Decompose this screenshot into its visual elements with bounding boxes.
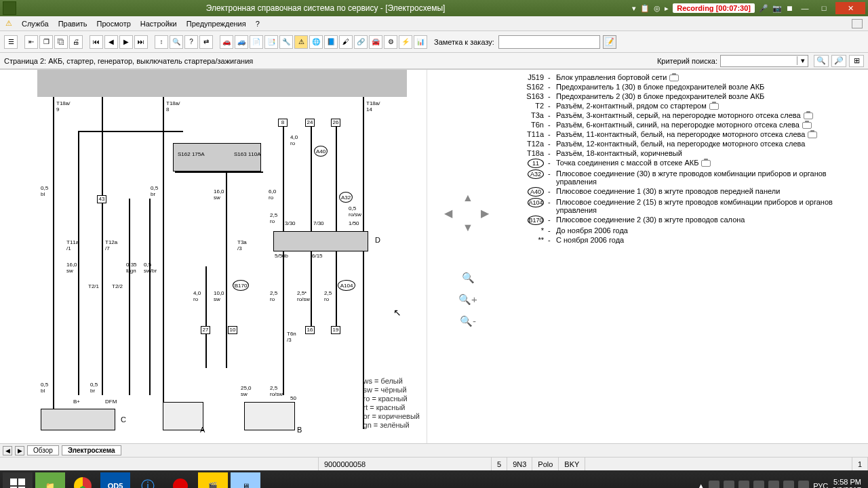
tb-wrench[interactable]: 🔧 (279, 35, 293, 49)
camera-icon[interactable] (808, 131, 817, 138)
tb-last[interactable]: ⏭ (134, 35, 148, 49)
camera-icon[interactable] (701, 160, 711, 167)
recording-badge: Recording [00:07:30] (673, 3, 755, 13)
tray-icon[interactable] (753, 481, 764, 488)
tb-copy[interactable]: ⿻ (54, 35, 68, 49)
close-button[interactable]: ✕ (835, 2, 865, 14)
tray-clock[interactable]: 5:58 PM9/2/2017 (832, 478, 861, 488)
taskbar-app-info[interactable]: ⓘ (133, 472, 163, 488)
tb-prev[interactable]: ◀ (104, 35, 118, 49)
zoom-fit[interactable]: 🔍 (462, 272, 475, 284)
status-model: Polo (532, 458, 559, 470)
tb-doc2[interactable]: 📑 (264, 35, 278, 49)
tabbar: ◀ ▶ Обзор Электросхема (0, 443, 868, 457)
tb-warn[interactable]: ⚠ (294, 35, 308, 49)
mdi-restore-button[interactable] (852, 19, 863, 28)
status-engine: BKY (559, 458, 585, 470)
menu-settings[interactable]: Настройки (140, 20, 177, 28)
tb-swap[interactable]: ⇄ (199, 35, 213, 49)
camera-icon[interactable] (804, 113, 813, 119)
taskbar-app-chrome[interactable] (68, 472, 98, 488)
tb-elec[interactable]: ⚡ (399, 35, 412, 49)
tb-tool1[interactable]: ↕ (155, 35, 168, 49)
tb-new[interactable]: ☰ (4, 35, 18, 49)
zoom-out[interactable]: 🔍- (460, 315, 476, 327)
search-combo[interactable]: ▾ (720, 55, 808, 67)
taskbar-app-1[interactable]: 📁 (35, 472, 65, 488)
search-tool1[interactable]: 🔍 (814, 55, 829, 67)
camera-icon[interactable] (802, 122, 812, 129)
legend-row: 11-Точка соединения с массой в отсеке АК… (514, 158, 863, 169)
menu-service[interactable]: Служба (22, 20, 49, 28)
legend-row: J519-Блок управления бортовой сети (514, 73, 863, 82)
tray-icon[interactable] (709, 481, 719, 488)
note-input[interactable] (498, 35, 600, 49)
zoom-in[interactable]: 🔍+ (458, 293, 477, 306)
tb-car1[interactable]: 🚗 (220, 35, 233, 49)
tb-first[interactable]: ⏮ (90, 35, 103, 49)
start-button[interactable] (3, 472, 33, 488)
note-button[interactable]: 📝 (603, 35, 616, 49)
tb-cascade[interactable]: ❐ (39, 35, 53, 49)
note-label: Заметка к заказу: (434, 38, 494, 46)
tray-icon[interactable] (768, 481, 779, 488)
tb-exit[interactable]: ⇤ (24, 35, 38, 49)
tb-tool3[interactable]: 📊 (414, 35, 427, 49)
legend-row: *-До ноября 2006 года (514, 226, 863, 235)
search-tool2[interactable]: 🔎 (831, 55, 846, 67)
tb-next[interactable]: ▶ (119, 35, 133, 49)
svg-rect-0 (10, 479, 17, 485)
status-model-code: 9N3 (507, 458, 532, 470)
chevron-down-icon[interactable]: ▾ (797, 56, 808, 65)
legend-row: T3a-Разъём, 3-контактный, серый, на пере… (514, 110, 863, 120)
menu-edit[interactable]: Править (58, 20, 87, 28)
tray-up-icon[interactable]: ▲ (697, 482, 705, 488)
camera-icon[interactable] (709, 103, 719, 110)
stop-icon[interactable]: ⏹ (786, 4, 793, 12)
tray-icon[interactable] (783, 481, 794, 488)
tray-icon[interactable] (738, 481, 749, 488)
tb-print[interactable]: 🖨 (69, 35, 83, 49)
nav-down[interactable]: ▼ (462, 222, 473, 234)
taskbar-app-elsa[interactable]: 🖥 (231, 472, 260, 488)
tray-lang[interactable]: РУС (813, 482, 828, 488)
nav-left[interactable]: ◀ (444, 207, 452, 220)
nav-right[interactable]: ▶ (481, 207, 489, 220)
legend-row: T11a-Разъём, 11-контактный, белый, на пе… (514, 129, 863, 139)
nav-up[interactable]: ▲ (462, 192, 473, 204)
tb-globe[interactable]: 🌐 (309, 35, 323, 49)
toolbar: ☰ ⇤ ❐ ⿻ 🖨 ⏮ ◀ ▶ ⏭ ↕ 🔍 ? ⇄ 🚗 🚙 📄 📑 🔧 ⚠ 🌐 … (0, 31, 868, 53)
menubar: ⚠ Служба Править Просмотр Настройки Пред… (0, 16, 868, 31)
tab-nav-prev[interactable]: ◀ (3, 446, 12, 455)
tray-icon[interactable] (798, 481, 809, 488)
maximize-button[interactable]: □ (816, 2, 831, 14)
menu-help[interactable]: ? (256, 20, 260, 28)
taskbar-app-ods[interactable]: OD5 (100, 472, 130, 488)
taskbar-app-movie[interactable]: 🎬 (198, 472, 228, 488)
tb-car2[interactable]: 🚙 (235, 35, 248, 49)
minimize-button[interactable]: — (797, 2, 812, 14)
taskbar-app-record[interactable] (165, 472, 195, 488)
tb-tool2[interactable]: ⚙ (384, 35, 397, 49)
legend-row: S163-Предохранитель 2 (30) в блоке предо… (514, 92, 863, 101)
tb-link[interactable]: 🔗 (354, 35, 368, 49)
tb-car3[interactable]: 🚘 (369, 35, 382, 49)
tab-diagram[interactable]: Электросхема (62, 445, 121, 455)
tab-nav-next[interactable]: ▶ (15, 446, 24, 455)
tray-icon[interactable] (724, 481, 734, 488)
nav-zoom-panel: ▲ ◀ ▶ ▼ 🔍 🔍+ 🔍- (427, 70, 509, 443)
legend-row: A32-Плюсовое соединение (30) в жгуте про… (514, 169, 863, 186)
tb-paint[interactable]: 🖌 (339, 35, 353, 49)
menu-view[interactable]: Просмотр (97, 20, 131, 28)
menu-warnings[interactable]: Предупреждения (186, 20, 246, 28)
camera-icon[interactable] (669, 75, 679, 81)
legend-row: B170-Плюсовое соединение 2 (30) в жгуте … (514, 215, 863, 226)
tab-overview[interactable]: Обзор (27, 445, 59, 455)
tb-find[interactable]: 🔍 (170, 35, 183, 49)
tb-help[interactable]: ? (184, 35, 198, 49)
tb-book[interactable]: 📘 (324, 35, 338, 49)
search-tool3[interactable]: ⊞ (849, 55, 864, 67)
legend-row: T12a-Разъём, 12-контактный, белый, на пе… (514, 139, 863, 148)
tb-doc1[interactable]: 📄 (250, 35, 263, 49)
wiring-diagram[interactable]: S162 175A S163 110A D C A B 8 24 26 43 2… (0, 70, 427, 443)
